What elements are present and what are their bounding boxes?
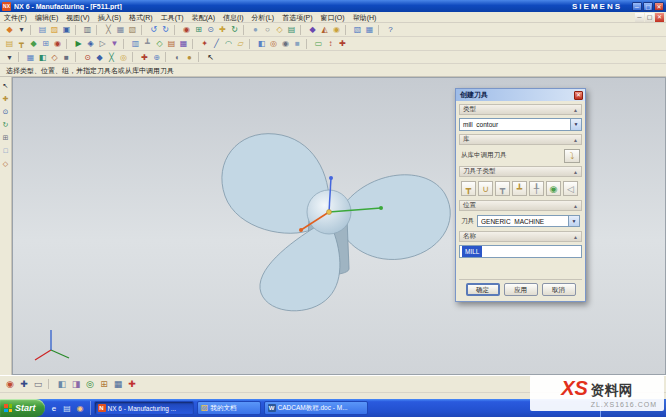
wcs-dynamics-icon[interactable]: ✚: [139, 52, 150, 63]
create-tool-icon[interactable]: ┳: [16, 38, 27, 49]
doc-minimize-icon[interactable]: ─: [635, 13, 644, 22]
propeller-blade-right[interactable]: [338, 175, 450, 260]
start-app-icon[interactable]: ◆: [4, 24, 15, 35]
print-icon[interactable]: ▥: [82, 24, 93, 35]
mill-tool-icon[interactable]: ┳: [461, 181, 476, 196]
wcs-toggle-icon[interactable]: ✚: [126, 378, 138, 390]
taskbar-task-nx[interactable]: N NX 6 - Manufacturing ...: [94, 401, 194, 415]
restore-button[interactable]: ▢: [643, 2, 653, 11]
tool-name-input[interactable]: MILL: [459, 245, 582, 258]
close-button[interactable]: ✕: [654, 2, 664, 11]
cancel-button[interactable]: 取消: [542, 283, 576, 296]
nx-app-icon[interactable]: NX: [2, 2, 11, 11]
menu-tools[interactable]: 工具(T): [157, 12, 188, 23]
selection-ball-icon[interactable]: ◉: [4, 378, 16, 390]
copy-icon[interactable]: ▦: [115, 24, 126, 35]
layer-settings-icon[interactable]: ▤: [286, 24, 297, 35]
window-cascade-icon[interactable]: ▧: [352, 24, 363, 35]
datum-csys-icon[interactable]: ✚: [337, 38, 348, 49]
select-edge-icon[interactable]: ◇: [49, 52, 60, 63]
postprocess-icon[interactable]: ▼: [109, 38, 120, 49]
revolve-icon[interactable]: ◎: [268, 38, 279, 49]
apply-button[interactable]: 应用: [504, 283, 538, 296]
call-tool-from-library-button[interactable]: ⤵: [564, 149, 580, 163]
shaded-view-icon[interactable]: ●: [250, 24, 261, 35]
doc-close-icon[interactable]: ✕: [655, 13, 664, 22]
generate-toolpath-icon[interactable]: ▶: [73, 38, 84, 49]
fit-view-icon[interactable]: ⊞: [193, 24, 204, 35]
doc-restore-icon[interactable]: ▢: [645, 13, 654, 22]
create-operation-icon[interactable]: ◉: [52, 38, 63, 49]
point-icon[interactable]: ✦: [199, 38, 210, 49]
new-icon[interactable]: ▤: [37, 24, 48, 35]
quicklaunch-ie-icon[interactable]: e: [49, 403, 60, 414]
menu-file[interactable]: 文件(F): [0, 12, 31, 23]
chamfer-mill-icon[interactable]: ┳: [495, 181, 510, 196]
create-method-icon[interactable]: ⊞: [40, 38, 51, 49]
propeller-blade-bottom[interactable]: [260, 223, 340, 311]
location-section-header[interactable]: 位置 ▲: [459, 200, 582, 211]
fit-window-icon[interactable]: ⊞: [1, 133, 11, 143]
z-axis-tip[interactable]: [329, 176, 333, 180]
orient-view-icon[interactable]: ◇: [274, 24, 285, 35]
quicklaunch-media-icon[interactable]: ◉: [75, 403, 86, 414]
zoom-icon[interactable]: ⊙: [205, 24, 216, 35]
information-icon[interactable]: ◉: [331, 24, 342, 35]
machine-tool-view-icon[interactable]: ┻: [142, 38, 153, 49]
quicklaunch-desktop-icon[interactable]: ▤: [62, 403, 73, 414]
arc-icon[interactable]: ◠: [223, 38, 234, 49]
line-icon[interactable]: ╱: [211, 38, 222, 49]
select-all-icon[interactable]: ▦: [25, 52, 36, 63]
create-program-icon[interactable]: ▤: [4, 38, 15, 49]
name-section-header[interactable]: 名称 ▲: [459, 231, 582, 242]
create-geometry-icon[interactable]: ◆: [28, 38, 39, 49]
menu-help[interactable]: 帮助(H): [349, 12, 381, 23]
type-combo[interactable]: mill_contour ▼: [459, 118, 582, 131]
analysis-icon[interactable]: ◭: [319, 24, 330, 35]
face-mill-icon[interactable]: ┻: [512, 181, 527, 196]
display-mode-icon[interactable]: ▦: [112, 378, 124, 390]
ok-button[interactable]: 确定: [466, 283, 500, 296]
origin-handle[interactable]: [327, 210, 332, 215]
menu-assemblies[interactable]: 装配(A): [188, 12, 219, 23]
menu-format[interactable]: 格式(R): [125, 12, 157, 23]
snap-intersection-icon[interactable]: ╳: [106, 52, 117, 63]
measure-icon[interactable]: ◆: [307, 24, 318, 35]
ball-mill-icon[interactable]: ∪: [478, 181, 493, 196]
menu-preferences[interactable]: 首选项(P): [278, 12, 316, 23]
menu-information[interactable]: 信息(I): [219, 12, 248, 23]
menu-insert[interactable]: 插入(S): [94, 12, 125, 23]
help-icon[interactable]: ?: [385, 24, 396, 35]
simulate-icon[interactable]: ▷: [97, 38, 108, 49]
tool-subtype-section-header[interactable]: 刀具子类型 ▲: [459, 166, 582, 177]
start-button[interactable]: Start: [0, 399, 45, 417]
block-icon[interactable]: ■: [292, 38, 303, 49]
snap-grid-icon[interactable]: ⊞: [98, 378, 110, 390]
edit-object-display-icon[interactable]: ●: [184, 52, 195, 63]
select-arrow-icon[interactable]: ↖: [1, 81, 11, 91]
cut-icon[interactable]: ╳: [103, 24, 114, 35]
menu-window[interactable]: 窗口(O): [317, 12, 349, 23]
datum-axis-icon[interactable]: ↕: [325, 38, 336, 49]
hole-icon[interactable]: ◉: [280, 38, 291, 49]
ball-tool-icon[interactable]: ◉: [546, 181, 561, 196]
menu-view[interactable]: 视图(V): [62, 12, 93, 23]
rotate-view-icon[interactable]: ↻: [229, 24, 240, 35]
chevron-down-icon[interactable]: ▼: [570, 119, 581, 130]
start-dropdown-arrow[interactable]: ▾: [16, 24, 27, 35]
cube-front-icon[interactable]: ◧: [56, 378, 68, 390]
datum-plane-icon[interactable]: ▭: [313, 38, 324, 49]
method-view-icon[interactable]: ▦: [178, 38, 189, 49]
dialog-title-bar[interactable]: 创建刀具 ✕: [456, 89, 585, 101]
extrude-icon[interactable]: ◧: [256, 38, 267, 49]
cursor-icon[interactable]: ↖: [205, 52, 216, 63]
cube-top-icon[interactable]: ◨: [70, 378, 82, 390]
selection-filter-arrow[interactable]: ▾: [4, 52, 15, 63]
snap-center-icon[interactable]: ◎: [118, 52, 129, 63]
minimize-button[interactable]: ─: [632, 2, 642, 11]
select-face-icon[interactable]: ◧: [37, 52, 48, 63]
pan-hand-icon[interactable]: ✚: [1, 94, 11, 104]
type-section-header[interactable]: 类型 ▲: [459, 104, 582, 115]
plus-icon[interactable]: ✚: [18, 378, 30, 390]
menu-edit[interactable]: 编辑(E): [31, 12, 62, 23]
